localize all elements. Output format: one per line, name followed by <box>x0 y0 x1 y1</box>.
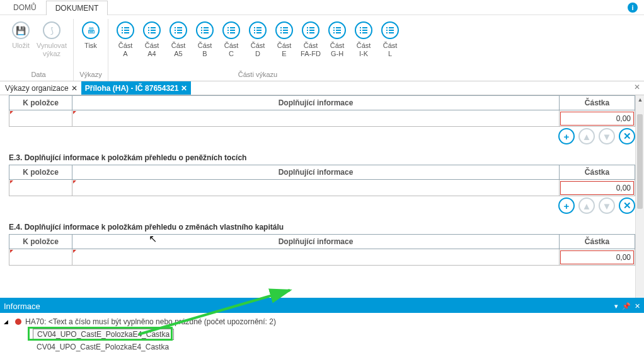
save-icon: 💾 <box>12 21 30 39</box>
move-up-button: ▲ <box>578 197 595 214</box>
close-icon[interactable]: ✕ <box>635 302 640 310</box>
part-button-d[interactable]: ČástD <box>244 19 271 57</box>
part-label: ČástB <box>198 42 212 57</box>
part-button-c[interactable]: ČástC <box>218 19 244 57</box>
part-button-l[interactable]: ČástL <box>377 19 403 57</box>
warning-item-label: CV04_UPO_CastE_PolozkaE4_Castka <box>33 342 173 352</box>
group-data-label: Data <box>31 69 45 81</box>
doc-tab-priloha[interactable]: Příloha (HA) - IČ 87654321 ✕ <box>81 81 192 95</box>
part-label: ČástA4 <box>145 42 159 57</box>
info-panel: Informace ▾ 📌 ✕ ◢ HA70: <Text a číslo mu… <box>0 298 644 364</box>
warning-row[interactable]: ◢ HA70: <Text a číslo musí být vyplněno … <box>4 315 640 328</box>
print-label: Tisk <box>84 42 97 50</box>
list-icon <box>117 21 134 39</box>
cell-k[interactable] <box>9 180 72 196</box>
table-e3: K položce Doplňující informace Částka 0,… <box>9 165 635 196</box>
part-label: ČástE <box>277 42 292 57</box>
print-icon: 🖶 <box>82 21 100 39</box>
cell-amount[interactable]: 0,00 <box>560 249 635 266</box>
tab-document[interactable]: DOKUMENT <box>46 1 108 15</box>
part-button-e[interactable]: ČástE <box>271 19 297 57</box>
part-label: ČástL <box>383 42 398 57</box>
col-info-header: Doplňující informace <box>72 165 560 180</box>
cell-info[interactable] <box>72 249 560 266</box>
table-e4: K položce Doplňující informace Částka 0,… <box>9 234 635 266</box>
info-panel-title: Informace <box>4 302 40 311</box>
part-button-i-k[interactable]: ČástI-K <box>350 19 377 57</box>
pin-icon[interactable]: 📌 <box>622 302 631 310</box>
content-area: K položce Doplňující informace Částka 0,… <box>0 95 644 310</box>
col-k-header: K položce <box>9 165 72 180</box>
cell-amount[interactable]: 0,00 <box>560 180 635 196</box>
error-dot-icon <box>15 319 21 325</box>
tab-home[interactable]: DOMŮ <box>4 0 46 15</box>
amount-input[interactable]: 0,00 <box>560 181 634 195</box>
group-parts-label: Části výkazu <box>238 69 277 81</box>
app-tab-row: DOMŮ DOKUMENT i <box>0 0 644 15</box>
list-icon <box>275 21 293 39</box>
col-amount-header: Částka <box>560 235 635 249</box>
info-panel-body: ◢ HA70: <Text a číslo musí být vyplněno … <box>0 313 644 364</box>
cell-info[interactable] <box>72 180 560 196</box>
list-icon <box>355 21 372 39</box>
close-icon[interactable]: ✕ <box>181 84 187 93</box>
move-up-button: ▲ <box>578 128 595 144</box>
delete-row-button[interactable]: ✕ <box>619 128 635 144</box>
add-row-button[interactable]: + <box>558 197 575 214</box>
cell-k[interactable] <box>9 110 72 127</box>
delete-row-button[interactable]: ✕ <box>619 197 635 214</box>
list-icon <box>143 21 161 39</box>
panel-dropdown-icon[interactable]: ▾ <box>614 302 618 310</box>
warning-item[interactable]: CV04_UPO_CastE_PolozkaE4_Castka <box>4 328 640 341</box>
list-icon <box>222 21 240 39</box>
close-icon[interactable]: ✕ <box>71 84 78 93</box>
list-icon <box>328 21 346 39</box>
list-icon <box>381 21 399 39</box>
save-button[interactable]: 💾 Uložit <box>8 19 34 50</box>
part-button-fa-fd[interactable]: ČástFA-FD <box>297 19 324 57</box>
part-button-a[interactable]: ČástA <box>112 19 139 57</box>
warning-item[interactable]: CV04_UPO_CastE_PolozkaE4_Castka <box>4 341 640 353</box>
broom-icon: ⟆ <box>43 21 60 39</box>
part-button-a4[interactable]: ČástA4 <box>139 19 165 57</box>
print-button[interactable]: 🖶 Tisk <box>78 19 104 50</box>
list-icon <box>249 21 267 39</box>
scrollbar-vertical[interactable]: ▲ ▼ <box>635 95 644 310</box>
section-e4-title: E.4. Doplňující informace k položkám pře… <box>9 223 635 232</box>
list-icon <box>170 21 187 39</box>
group-vykazy-label: Výkazy <box>79 69 101 81</box>
part-button-b[interactable]: ČástB <box>192 19 218 57</box>
reset-button[interactable]: ⟆ Vynulovat výkaz <box>34 19 69 57</box>
scroll-thumb[interactable] <box>637 114 643 209</box>
row-actions: + ▲ ▼ ✕ <box>9 127 635 144</box>
part-label: ČástG-H <box>330 42 345 57</box>
info-icon[interactable]: i <box>628 3 638 13</box>
move-down-button: ▼ <box>599 128 615 144</box>
cell-amount[interactable]: 0,00 <box>560 110 635 127</box>
part-button-a5[interactable]: ČástA5 <box>165 19 192 57</box>
part-button-g-h[interactable]: ČástG-H <box>324 19 350 57</box>
doc-tab-org[interactable]: Výkazy organizace ✕ <box>1 81 81 95</box>
close-all-icon[interactable]: ✕ <box>633 83 641 91</box>
add-row-button[interactable]: + <box>558 128 575 144</box>
caret-down-icon[interactable]: ◢ <box>4 319 11 325</box>
section-e3-title: E.3. Doplňující informace k položkám pře… <box>9 153 635 162</box>
col-amount-header: Částka <box>560 96 635 110</box>
info-panel-header: Informace ▾ 📌 ✕ <box>0 299 644 313</box>
cell-info[interactable] <box>72 110 560 127</box>
amount-input[interactable]: 0,00 <box>560 112 634 126</box>
list-icon <box>196 21 214 39</box>
col-k-header: K položce <box>9 235 72 249</box>
col-amount-header: Částka <box>560 165 635 180</box>
amount-input[interactable]: 0,00 <box>560 250 634 264</box>
part-label: ČástA5 <box>171 42 186 57</box>
warning-item-label: CV04_UPO_CastE_PolozkaE4_Castka <box>33 329 174 340</box>
document-tabs: Výkazy organizace ✕ Příloha (HA) - IČ 87… <box>0 81 644 95</box>
reset-label: Vynulovat výkaz <box>37 42 67 57</box>
move-down-button: ▼ <box>599 197 615 214</box>
list-icon <box>302 21 319 39</box>
cell-k[interactable] <box>9 249 72 266</box>
ribbon: 💾 Uložit ⟆ Vynulovat výkaz Data 🖶 Tisk V… <box>0 15 644 81</box>
scroll-up-icon[interactable]: ▲ <box>636 95 644 104</box>
doc-tab-org-label: Výkazy organizace <box>5 84 69 93</box>
